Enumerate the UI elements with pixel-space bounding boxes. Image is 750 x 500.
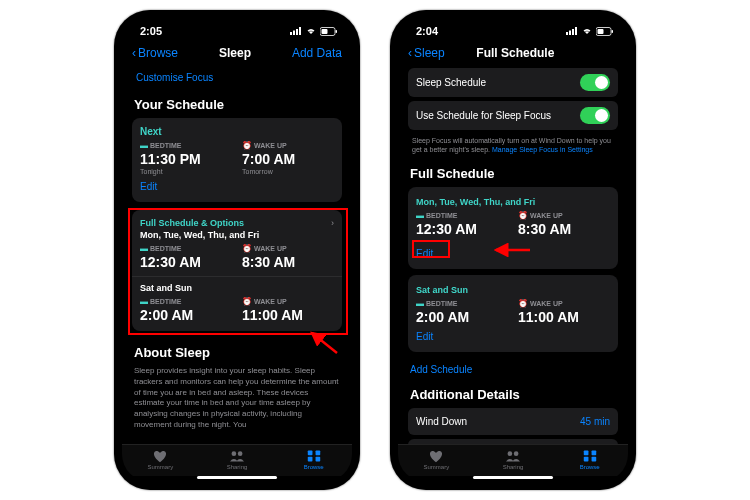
wakeup-value: 7:00 AM [242,151,334,167]
svg-rect-27 [591,457,596,462]
focus-hint: Sleep Focus will automatically turn on a… [408,134,618,162]
svg-rect-2 [296,29,298,35]
bed-icon: ▬ [140,297,148,306]
status-icons [566,27,614,36]
svg-rect-5 [322,29,328,34]
tab-browse[interactable]: Browse [275,449,352,470]
tab-sharing[interactable]: Sharing [475,449,552,470]
about-sleep-text: Sleep provides insight into your sleep h… [132,366,342,431]
schedule-card-1: Mon, Tue, Wed, Thu, and Fri ▬BEDTIME 12:… [408,187,618,269]
svg-rect-6 [336,30,338,33]
svg-rect-0 [290,32,292,35]
edit-schedule-link[interactable]: Edit [416,248,433,259]
signal-icon [566,27,578,35]
battery-icon [320,27,338,36]
battery-icon [596,27,614,36]
svg-point-23 [514,451,519,456]
tab-summary[interactable]: Summary [398,449,475,470]
sleep-schedule-toggle-row: Sleep Schedule [408,68,618,97]
notch [187,18,287,36]
bed-icon: ▬ [416,211,424,220]
back-button[interactable]: ‹Browse [132,46,178,60]
tab-browse[interactable]: Browse [551,449,628,470]
chevron-right-icon: › [331,218,334,228]
tab-bar: Summary Sharing Browse [398,444,628,476]
toggle-switch[interactable] [580,107,610,124]
svg-point-22 [508,451,513,456]
customise-focus-link[interactable]: Customise Focus [132,68,342,93]
full-schedule-title: Full Schedule [410,166,618,181]
nav-title: Full Schedule [476,46,554,60]
notch [463,18,563,36]
edit-schedule-link[interactable]: Edit [416,331,433,342]
heart-icon [428,449,444,463]
home-indicator[interactable] [197,476,277,479]
svg-point-9 [238,451,243,456]
nav-bar: ‹Browse Sleep Add Data [122,40,352,68]
wifi-icon [581,27,593,35]
grid-icon [306,449,322,463]
svg-rect-11 [315,451,320,456]
alarm-icon: ⏰ [242,141,252,150]
svg-rect-1 [293,31,295,36]
people-icon [229,449,245,463]
toggle-switch[interactable] [580,74,610,91]
svg-rect-13 [315,457,320,462]
bed-icon: ▬ [416,299,424,308]
back-button[interactable]: ‹Sleep [408,46,445,60]
clock: 2:04 [416,25,438,37]
tab-summary[interactable]: Summary [122,449,199,470]
svg-rect-20 [612,30,614,33]
svg-rect-10 [307,451,312,456]
next-schedule-card: Next ▬BEDTIME 11:30 PM Tonight ⏰WAKE UP … [132,118,342,202]
alarm-icon: ⏰ [518,211,528,220]
svg-rect-3 [299,27,301,35]
svg-rect-17 [575,27,577,35]
use-schedule-focus-row: Use Schedule for Sleep Focus [408,101,618,130]
svg-rect-19 [598,29,604,34]
bed-icon: ▬ [140,244,148,253]
svg-rect-14 [566,32,568,35]
your-schedule-title: Your Schedule [134,97,342,112]
chevron-left-icon: ‹ [132,46,136,60]
wifi-icon [305,27,317,35]
clock: 2:05 [140,25,162,37]
full-schedule-header: Full Schedule & Options [140,218,244,228]
home-indicator[interactable] [473,476,553,479]
phone-sleep: 2:05 ‹Browse Sleep Add Data Customise Fo… [114,10,360,490]
add-data-button[interactable]: Add Data [292,46,342,60]
people-icon [505,449,521,463]
next-label: Next [140,126,334,137]
svg-rect-15 [569,31,571,36]
svg-rect-16 [572,29,574,35]
chevron-left-icon: ‹ [408,46,412,60]
phone-full-schedule: 2:04 ‹Sleep Full Schedule Sleep Schedule… [390,10,636,490]
status-icons [290,27,338,36]
svg-rect-12 [307,457,312,462]
alarm-icon: ⏰ [242,244,252,253]
alarm-icon: ⏰ [242,297,252,306]
wind-down-row[interactable]: Wind Down 45 min [408,408,618,435]
signal-icon [290,27,302,35]
annotation-arrow [492,243,532,257]
grid-icon [582,449,598,463]
alarm-icon: ⏰ [518,299,528,308]
bedtime-value: 11:30 PM [140,151,232,167]
manage-focus-link[interactable]: Manage Sleep Focus in Settings [492,146,593,153]
svg-rect-24 [583,451,588,456]
schedule-card-2: Sat and Sun ▬BEDTIME 2:00 AM ⏰WAKE UP 11… [408,275,618,352]
tab-bar: Summary Sharing Browse [122,444,352,476]
additional-details-title: Additional Details [410,387,618,402]
tab-sharing[interactable]: Sharing [199,449,276,470]
full-schedule-card[interactable]: Full Schedule & Options › Mon, Tue, Wed,… [132,210,342,331]
bed-icon: ▬ [140,141,148,150]
svg-rect-26 [583,457,588,462]
about-sleep-title: About Sleep [134,345,342,360]
nav-bar: ‹Sleep Full Schedule [398,40,628,68]
nav-title: Sleep [219,46,251,60]
edit-next-link[interactable]: Edit [140,181,157,192]
heart-icon [152,449,168,463]
svg-point-8 [232,451,237,456]
add-schedule-link[interactable]: Add Schedule [408,358,618,383]
svg-rect-25 [591,451,596,456]
